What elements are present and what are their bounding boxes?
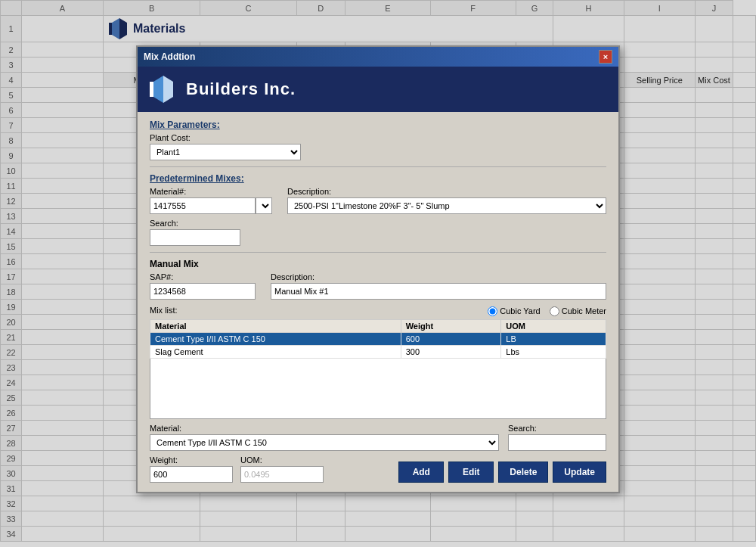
mix-col-uom: UOM: [501, 320, 606, 333]
material-number-input[interactable]: [150, 197, 256, 214]
cubic-meter-label: Cubic Meter: [562, 306, 606, 315]
weight-label: Weight:: [150, 455, 233, 465]
close-icon: ×: [603, 52, 608, 61]
search-input-1[interactable]: [150, 229, 240, 246]
mix-list-row[interactable]: Slag Cement 300 Lbs: [150, 346, 606, 359]
modal-header-banner: Builders Inc.: [138, 67, 618, 112]
material-number-dropdown[interactable]: [256, 197, 272, 214]
modal-overlay: Mix Addtion × Builders Inc. Mix Paramete…: [0, 0, 756, 547]
company-logo-icon: [150, 76, 177, 103]
mix-col-material: Material: [150, 320, 401, 333]
modal-body: Mix Parameters: Plant Cost: Plant1 Plant…: [138, 112, 618, 492]
add-button[interactable]: Add: [398, 462, 444, 483]
company-name: Builders Inc.: [186, 79, 296, 99]
cubic-yard-label: Cubic Yard: [500, 306, 540, 315]
plant-cost-select[interactable]: Plant1 Plant2 Plant3: [150, 144, 301, 160]
cubic-yard-radio[interactable]: [488, 306, 497, 316]
uom-input[interactable]: [240, 466, 324, 483]
update-button[interactable]: Update: [553, 462, 606, 483]
cubic-meter-radio-label[interactable]: Cubic Meter: [550, 306, 606, 316]
material-number-label: Material#:: [150, 187, 272, 196]
material-label-bottom: Material:: [150, 424, 499, 433]
description-label-1: Description:: [287, 187, 606, 196]
edit-button[interactable]: Edit: [448, 462, 494, 483]
unit-radio-group: Cubic Yard Cubic Meter: [488, 306, 606, 316]
modal-titlebar: Mix Addtion ×: [138, 47, 618, 67]
mix-list-row[interactable]: Cement Type I/II ASTM C 150 600 LB: [150, 333, 606, 346]
mix-parameters-title: Mix Parameters:: [150, 120, 606, 130]
bottom-form: Material: Cement Type I/II ASTM C 150 Se…: [150, 424, 606, 483]
modal-close-button[interactable]: ×: [599, 50, 612, 64]
mix-row-weight: 300: [401, 346, 501, 359]
mix-parameters-section: Mix Parameters: Plant Cost: Plant1 Plant…: [150, 120, 606, 160]
cubic-meter-radio[interactable]: [550, 306, 559, 316]
svg-rect-3: [150, 82, 153, 97]
mix-col-weight: Weight: [401, 320, 501, 333]
plant-cost-label: Plant Cost:: [150, 133, 606, 142]
svg-marker-5: [163, 76, 173, 103]
divider-1: [150, 166, 606, 167]
mix-row-material: Cement Type I/II ASTM C 150: [150, 333, 401, 346]
manual-mix-section: Manual Mix SAP#: Description:: [150, 259, 606, 300]
mix-row-uom: Lbs: [501, 346, 606, 359]
manual-mix-title: Manual Mix: [150, 259, 606, 269]
sap-input[interactable]: [150, 283, 256, 300]
mix-list-table: Material Weight UOM Cement Type I/II AST…: [150, 319, 606, 359]
predetermined-mixes-title: Predetermined Mixes:: [150, 173, 606, 184]
mix-row-weight: 600: [401, 333, 501, 346]
search-input-2[interactable]: [508, 434, 606, 451]
search-label-1: Search:: [150, 219, 606, 228]
mix-row-uom: LB: [501, 333, 606, 346]
description-select[interactable]: 2500-PSI 1"Limestone 20%F 3"- 5" Slump: [287, 197, 606, 214]
manual-mix-description-input[interactable]: [271, 283, 606, 300]
search-label-2: Search:: [508, 424, 606, 433]
mix-list-label: Mix list:: [150, 306, 178, 315]
modal-title: Mix Addtion: [144, 51, 195, 62]
predetermined-mixes-section: Predetermined Mixes: Material#: Descript…: [150, 173, 606, 246]
cubic-yard-radio-label[interactable]: Cubic Yard: [488, 306, 540, 316]
mix-addition-modal: Mix Addtion × Builders Inc. Mix Paramete…: [136, 45, 620, 493]
weight-input[interactable]: [150, 466, 233, 483]
description-label-2: Description:: [271, 272, 606, 281]
svg-marker-4: [153, 76, 163, 103]
material-select-bottom[interactable]: Cement Type I/II ASTM C 150: [150, 434, 499, 451]
divider-2: [150, 252, 606, 253]
delete-button[interactable]: Delete: [498, 462, 548, 483]
sap-label: SAP#:: [150, 272, 256, 281]
mix-list-empty-area: [150, 359, 606, 419]
mix-row-material: Slag Cement: [150, 346, 401, 359]
uom-label: UOM:: [240, 455, 324, 465]
